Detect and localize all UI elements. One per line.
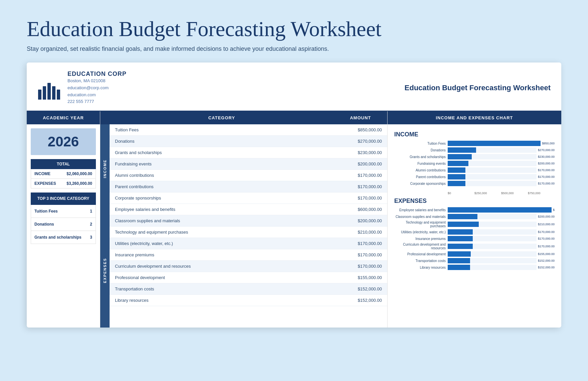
expenses-bar-chart: Employee salaries and benefits $ Classro…: [394, 207, 555, 270]
income-chart-title: INCOME: [394, 131, 555, 138]
col-amount-header: AMOUNT: [334, 111, 387, 124]
expenses-section-label: EXPENSES: [100, 213, 110, 328]
expenses-bar-row: Classroom supplies and materials $200,00…: [394, 214, 555, 219]
company-name: EDUCATION CORP: [67, 71, 127, 78]
top3-section: TOP 3 INCOME CATEGORY Tuition Fees1Donat…: [31, 193, 96, 244]
axis-0: $0: [448, 192, 474, 195]
logo-bar-2: [43, 86, 46, 100]
page-title: Education Budget Forecasting Worksheet: [27, 17, 561, 41]
expenses-rows: Employee salaries and benefits$600,000.0…: [110, 204, 387, 306]
total-section: TOTAL INCOME $2,060,000.00 EXPENSES $3,2…: [31, 159, 96, 188]
income-data-row: Alumni contributions$170,000.00: [110, 170, 387, 181]
expenses-data-row: Library resources$152,000.00: [110, 295, 387, 306]
expenses-data-row: Utilities (electricity, water, etc.)$170…: [110, 238, 387, 249]
table-header: CATEGORY AMOUNT: [100, 111, 387, 124]
page-subtitle: Stay organized, set realistic financial …: [27, 45, 561, 52]
top3-item-3: Grants and scholarships3: [31, 231, 96, 244]
axis-750k: $750,000: [528, 192, 555, 195]
income-data-row: Fundraising events$200,000.00: [110, 158, 387, 170]
company-info: EDUCATION CORP Boston, MA 021008 educati…: [67, 71, 127, 105]
worksheet-title: Education Budget Forecasting Worksheet: [405, 84, 551, 92]
company-left: EDUCATION CORP Boston, MA 021008 educati…: [37, 71, 127, 105]
left-panel: ACADEMIC YEAR 2026 TOTAL INCOME $2,060,0…: [27, 111, 100, 328]
income-row: INCOME $2,060,000.00: [31, 169, 96, 179]
income-bar-row: Fundraising events $200,000.00: [394, 161, 555, 166]
expenses-row: EXPENSES $3,260,000.00: [31, 179, 96, 188]
section-labels: INCOME EXPENSES: [100, 124, 110, 328]
company-header: EDUCATION CORP Boston, MA 021008 educati…: [27, 62, 561, 111]
income-bar-row: Corporate sponsorships $170,000.00: [394, 181, 555, 186]
income-label: INCOME: [34, 171, 50, 176]
expenses-value: $3,260,000.00: [66, 181, 92, 186]
expenses-label: EXPENSES: [34, 181, 56, 186]
income-bar-chart: Tuition Fees $850,000 Donations $270,000…: [394, 141, 555, 186]
logo-bar-1: [38, 90, 41, 100]
income-data-row: Donations$270,000.00: [110, 136, 387, 147]
income-bar-row: Donations $270,000.00: [394, 147, 555, 153]
company-phone: 222 555 7777: [67, 98, 127, 105]
expenses-bar-row: Library resources $152,000.00: [394, 265, 555, 270]
top3-item-1: Tuition Fees1: [31, 205, 96, 218]
expenses-data-row: Professional development$155,000.00: [110, 272, 387, 283]
main-card: EDUCATION CORP Boston, MA 021008 educati…: [27, 62, 561, 328]
total-header: TOTAL: [31, 159, 96, 169]
academic-year-header: ACADEMIC YEAR: [27, 111, 100, 124]
data-rows: Tuition Fees$850,000.00Donations$270,000…: [110, 124, 387, 328]
top3-items: Tuition Fees1Donations2Grants and schola…: [31, 205, 96, 244]
expenses-bar-row: Technology and equipment purchases $210,…: [394, 221, 555, 228]
expenses-data-row: Technology and equipment purchases$210,0…: [110, 227, 387, 238]
expenses-section: EXPENSES Employee salaries and benefits …: [394, 198, 555, 270]
income-data-row: Corporate sponsorships$170,000.00: [110, 193, 387, 204]
expenses-data-row: Employee salaries and benefits$600,000.0…: [110, 204, 387, 215]
expenses-bar-row: Professional development $155,000.00: [394, 251, 555, 257]
income-bar-row: Parent contributions $170,000.00: [394, 174, 555, 179]
expenses-data-row: Transportation costs$152,000.00: [110, 283, 387, 295]
income-data-row: Tuition Fees$850,000.00: [110, 124, 387, 136]
logo-bar-3: [47, 83, 51, 100]
expenses-data-row: Insurance premiums$170,000.00: [110, 249, 387, 261]
table-body: INCOME EXPENSES Tuition Fees$850,000.00D…: [100, 124, 387, 328]
income-bar-row: Alumni contributions $170,000.00: [394, 167, 555, 173]
income-bar-row: Grants and scholarships $230,000.00: [394, 154, 555, 159]
top3-item-2: Donations2: [31, 218, 96, 231]
chart-header: INCOME AND EXPENSES CHART: [388, 111, 561, 124]
expenses-bar-row: Insurance premiums $170,000.00: [394, 236, 555, 241]
income-bar-row: Tuition Fees $850,000: [394, 141, 555, 146]
expenses-bar-row: Transportation costs $152,000.00: [394, 258, 555, 263]
company-logo-icon: [37, 76, 61, 100]
logo-bar-4: [52, 86, 55, 100]
year-value: 2026: [36, 134, 91, 150]
expenses-bar-row: Utilities (electricity, water, etc.) $17…: [394, 229, 555, 235]
income-data-row: Parent contributions$170,000.00: [110, 181, 387, 193]
income-data-row: Grants and scholarships$230,000.00: [110, 147, 387, 158]
income-rows: Tuition Fees$850,000.00Donations$270,000…: [110, 124, 387, 204]
col-category-header: CATEGORY: [110, 111, 334, 124]
expenses-chart-title: EXPENSES: [394, 198, 555, 205]
income-value: $2,060,000.00: [66, 171, 92, 176]
expenses-bar-row: Employee salaries and benefits $: [394, 207, 555, 213]
company-email: education@corp.com: [67, 85, 127, 92]
content-area: ACADEMIC YEAR 2026 TOTAL INCOME $2,060,0…: [27, 111, 561, 328]
income-axis: $0 $250,000 $500,000 $750,000: [448, 192, 555, 195]
income-section-label: INCOME: [100, 124, 110, 213]
axis-250k: $250,000: [474, 192, 501, 195]
year-box: 2026: [31, 128, 96, 155]
top3-header: TOP 3 INCOME CATEGORY: [31, 193, 96, 205]
page-header: Education Budget Forecasting Worksheet S…: [0, 0, 588, 62]
company-website: education.com: [67, 92, 127, 99]
right-panel: INCOME AND EXPENSES CHART INCOME Tuition…: [388, 111, 561, 328]
company-address: Boston, MA 021008: [67, 78, 127, 85]
chart-body: INCOME Tuition Fees $850,000 Donations $…: [388, 124, 561, 281]
middle-panel: CATEGORY AMOUNT INCOME EXPENSES Tuition …: [100, 111, 388, 328]
logo-bar-5: [57, 90, 60, 100]
expenses-data-row: Curriculum development and resources$170…: [110, 261, 387, 272]
axis-500k: $500,000: [501, 192, 528, 195]
expenses-data-row: Classroom supplies and materials$200,000…: [110, 215, 387, 227]
expenses-bar-row: Curriculum development and resources $17…: [394, 243, 555, 250]
